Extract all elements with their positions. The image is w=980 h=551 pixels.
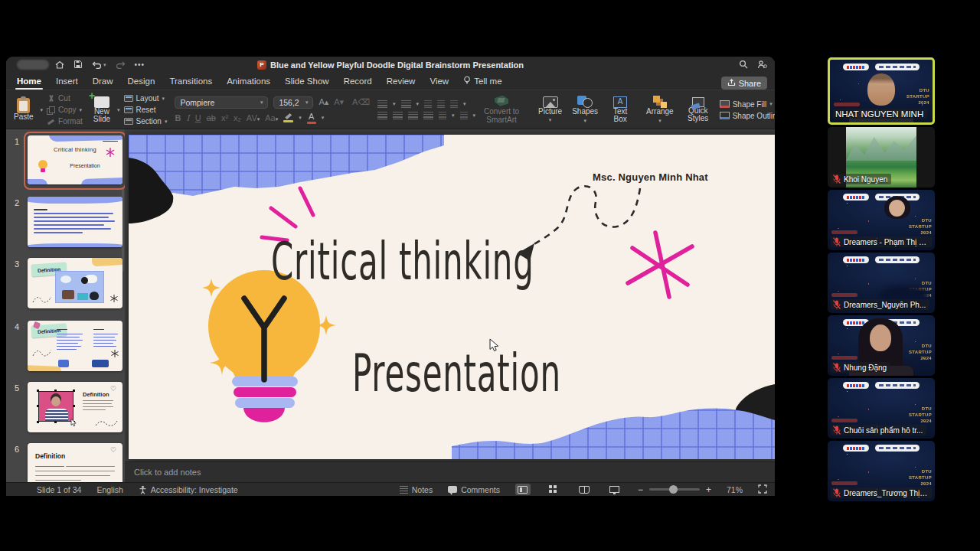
slide-sorter-view-button[interactable] — [546, 484, 561, 495]
new-slide-button[interactable]: New Slide — [90, 96, 113, 125]
participant-tile-4[interactable]: DTU STARTUP 2024 Dreamers_Nguyễn Ph... — [828, 253, 935, 313]
shapes-button[interactable]: Shapes ▾ — [569, 95, 601, 125]
columns-button[interactable] — [460, 112, 468, 119]
participant-tile-7[interactable]: DTU STARTUP 2024 Dreamers_Trương Thị ... — [828, 441, 935, 501]
format-painter-button[interactable]: Format — [47, 117, 83, 126]
participant-name: Chuỗi sản phẩm hỗ tr... — [844, 426, 923, 435]
bold-button[interactable]: B — [175, 114, 181, 122]
text-box-button[interactable]: AText Box — [605, 96, 635, 125]
mini-squiggle — [95, 419, 118, 428]
slide-thumbnail-5[interactable]: ♡ Definition — [28, 382, 122, 432]
virtual-bg-banner — [828, 194, 935, 201]
participant-tile-6[interactable]: DTU STARTUP 2024 Chuỗi sản phẩm hỗ tr... — [828, 378, 935, 439]
justify-button[interactable] — [423, 112, 433, 119]
italic-button[interactable]: I — [186, 114, 189, 122]
participant-tile-3[interactable]: DTU STARTUP 2024 Dreamers - Phạm Thị T..… — [828, 190, 935, 250]
zoom-level[interactable]: 71% — [727, 485, 743, 494]
subscript-button[interactable]: x₂ — [234, 114, 241, 122]
line-spacing-button[interactable] — [450, 100, 458, 108]
highlight-color-button[interactable] — [283, 113, 293, 122]
participant-tile-2[interactable]: Khoi Nguyen — [828, 127, 935, 187]
slide-thumbnail-3[interactable]: Definition — [28, 258, 122, 308]
accessibility-status[interactable]: Accessibility: Investigate — [139, 485, 238, 494]
font-color-button[interactable]: A — [307, 112, 316, 124]
slide-thumbnail-4[interactable]: Definition — [28, 321, 122, 371]
convert-to-smartart-button[interactable]: Convert to SmartArt — [475, 93, 528, 127]
align-center-button[interactable] — [393, 112, 403, 119]
tab-design[interactable]: Design — [128, 77, 155, 86]
text-direction-button[interactable] — [439, 112, 446, 119]
change-case-button[interactable]: Aa▾ — [265, 114, 278, 122]
zoom-in-button[interactable]: + — [706, 485, 711, 494]
slideshow-button[interactable] — [607, 484, 622, 495]
decrease-font-button[interactable]: A▾ — [334, 98, 344, 106]
tab-record[interactable]: Record — [344, 77, 372, 86]
more-commands-icon[interactable]: ••• — [135, 60, 145, 69]
increase-font-button[interactable]: A▴ — [318, 98, 328, 106]
zoom-out-button[interactable]: − — [638, 485, 643, 494]
superscript-button[interactable]: x² — [221, 114, 228, 122]
cut-button[interactable]: Cut — [47, 94, 83, 103]
zoom-slider[interactable] — [649, 488, 700, 491]
normal-view-button[interactable] — [515, 484, 531, 495]
increase-indent-button[interactable] — [437, 100, 445, 108]
undo-button[interactable]: ▾ — [92, 60, 106, 69]
character-spacing-button[interactable]: AV▾ — [247, 114, 260, 122]
participant-tile-1[interactable]: DTU STARTUP 2024 NHAT NGUYEN MINH — [828, 57, 935, 125]
tab-animations[interactable]: Animations — [227, 77, 270, 86]
slide-thumbnail-1-selected[interactable]: Critical thinking Presentation — [24, 132, 125, 190]
clear-formatting-button[interactable]: A⌫ — [352, 98, 370, 106]
tab-view[interactable]: View — [430, 77, 449, 86]
tab-draw[interactable]: Draw — [93, 77, 113, 86]
cut-icon — [47, 95, 55, 103]
save-icon[interactable] — [74, 58, 83, 72]
mini-selected-image — [38, 391, 74, 422]
underline-button[interactable]: U — [195, 114, 201, 122]
numbering-button[interactable] — [401, 100, 411, 108]
align-right-button[interactable] — [408, 112, 418, 119]
section-button[interactable]: Section▾ — [124, 117, 168, 126]
quick-styles-button[interactable]: Quick Styles — [681, 96, 716, 124]
slide-title-line1[interactable]: Critical thinking — [271, 231, 534, 292]
slide-thumbnail-2[interactable] — [28, 197, 122, 247]
window-controls-blurred[interactable] — [17, 60, 49, 70]
zoom-slider-knob[interactable] — [669, 485, 678, 494]
font-name-select[interactable]: Pompiere▾ — [175, 96, 268, 109]
tab-insert[interactable]: Insert — [56, 77, 78, 86]
tab-review[interactable]: Review — [387, 77, 416, 86]
notes-toggle[interactable]: Notes — [400, 485, 433, 494]
shape-fill-button[interactable]: Shape Fill▾ — [720, 100, 775, 109]
account-icon[interactable] — [757, 58, 767, 72]
shape-outline-button[interactable]: Shape Outline▾ — [720, 112, 775, 120]
font-size-select[interactable]: 156,2▾ — [273, 96, 313, 109]
comments-toggle[interactable]: Comments — [448, 485, 500, 494]
align-left-button[interactable] — [377, 112, 387, 119]
strikethrough-button[interactable]: ab — [207, 114, 216, 122]
slide-thumbnail-6[interactable]: ♡ Definition — [28, 443, 122, 482]
redo-button[interactable] — [116, 58, 126, 72]
search-icon[interactable] — [739, 58, 748, 72]
tab-transitions[interactable]: Transitions — [169, 77, 212, 86]
current-slide[interactable]: Critical thinking Presentation Msc. Nguy… — [129, 135, 775, 459]
share-button[interactable]: Share — [721, 77, 767, 90]
slide-title-line2[interactable]: Presentation — [352, 343, 561, 403]
home-icon[interactable] — [55, 58, 64, 72]
picture-button[interactable]: Picture ▾ — [535, 96, 565, 125]
language-indicator[interactable]: English — [96, 485, 122, 494]
lightbulb-icon — [463, 76, 471, 86]
copy-button[interactable]: Copy▾ — [47, 106, 83, 114]
notes-pane[interactable]: Click to add notes — [125, 461, 775, 482]
participant-tile-5[interactable]: DTU STARTUP 2024 Nhung Đặng — [828, 315, 935, 376]
tab-home[interactable]: Home — [17, 77, 41, 86]
reading-view-button[interactable] — [577, 484, 592, 495]
slide-author-text[interactable]: Msc. Nguyen Minh Nhat — [593, 171, 708, 183]
reset-button[interactable]: Reset — [124, 106, 168, 114]
tab-slide-show[interactable]: Slide Show — [285, 77, 329, 86]
fit-to-window-button[interactable] — [758, 484, 767, 495]
layout-button[interactable]: Layout▾ — [124, 94, 168, 103]
paste-button[interactable]: Paste — [11, 97, 37, 122]
arrange-button[interactable]: Arrange ▾ — [643, 95, 677, 125]
decrease-indent-button[interactable] — [424, 100, 432, 108]
tell-me-button[interactable]: Tell me — [463, 76, 501, 86]
bullets-button[interactable] — [377, 100, 387, 108]
